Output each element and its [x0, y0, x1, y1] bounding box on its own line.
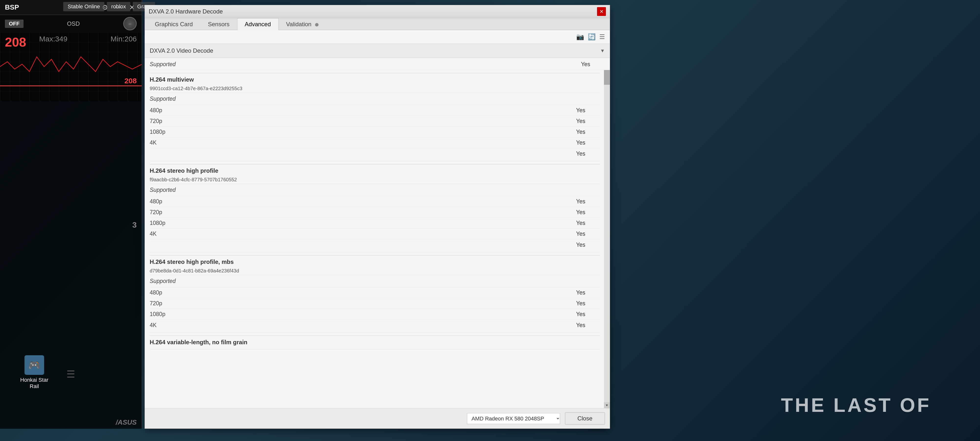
table-row: 1080p Yes — [150, 309, 600, 320]
osd-label: OSD — [67, 20, 80, 27]
row-480p-label: 480p — [150, 107, 571, 114]
osd-dial[interactable]: ··· — [123, 17, 137, 30]
section-h264-stereo: H.264 stereo high profile f9aacbb-c2b6-4… — [150, 161, 600, 252]
table-row: 1080p Yes — [150, 127, 600, 137]
section-h264-multiview-supported-label: Supported — [150, 94, 571, 103]
stereo-row-720p-label: 720p — [150, 209, 571, 216]
section-h264-multiview: H.264 multiview 9901ccd3-ca12-4b7e-867a-… — [150, 70, 600, 161]
osd-current-value: 208 — [5, 35, 26, 49]
section-h264-stereo-heading: H.264 stereo high profile — [150, 164, 600, 176]
osd-brand-label: BSP — [5, 3, 19, 11]
row-720p-value: Yes — [571, 118, 600, 124]
section-h264-mbs: H.264 stereo high profile, mbs d79be8da-… — [150, 252, 600, 333]
row-4k-value: Yes — [571, 139, 600, 146]
tab-validation-dot — [315, 23, 318, 27]
row-480p-value: Yes — [571, 107, 600, 114]
mbs-row-480p-label: 480p — [150, 289, 571, 296]
mbs-row-720p-value: Yes — [571, 300, 600, 307]
mbs-row-480p-value: Yes — [571, 289, 600, 296]
dialog-title: DXVA 2.0 Hardware Decode — [149, 8, 223, 15]
osd-off-badge[interactable]: OFF — [5, 20, 24, 28]
osd-max-value: Max:349 — [39, 35, 67, 43]
row-1080p-label: 1080p — [150, 129, 571, 135]
osd-red-line — [0, 86, 142, 86]
camera-icon[interactable]: 📷 — [576, 33, 584, 41]
refresh-icon[interactable]: 🔄 — [588, 33, 596, 41]
osd-red-number: 208 — [124, 77, 137, 85]
taskbar-item-roblox[interactable]: roblox — [107, 2, 130, 11]
scrollbar-track[interactable]: ▲ ▼ — [604, 70, 610, 408]
game-title: THE LAST OF — [781, 394, 931, 417]
section-dropdown[interactable]: DXVA 2.0 Video Decode ▼ — [145, 44, 610, 58]
stereo-row-1080p-label: 1080p — [150, 220, 571, 226]
section-h264-mbs-heading: H.264 stereo high profile, mbs — [150, 255, 600, 267]
row-720p-label: 720p — [150, 118, 571, 124]
tab-advanced[interactable]: Advanced — [237, 18, 278, 30]
stereo-row-extra-value: Yes — [571, 242, 600, 248]
stereo-row-4k-value: Yes — [571, 231, 600, 237]
row-4k-label: 4K — [150, 139, 571, 146]
stereo-row-1080p-value: Yes — [571, 220, 600, 226]
osd-top-bar: OFF OSD ··· — [0, 15, 142, 32]
table-row: 720p Yes — [150, 207, 600, 218]
desktop: BSP ⚙ — ✕ OFF OSD ··· — [0, 0, 980, 441]
table-row: 480p Yes — [150, 196, 600, 207]
section-h264-multiview-supported-row: Supported — [150, 93, 600, 105]
stereo-row-720p-value: Yes — [571, 209, 600, 216]
section-h264-stereo-supported-label: Supported — [150, 185, 571, 194]
table-row: Yes — [150, 239, 600, 250]
osd-graph: 208 Max:349 Min:206 208 — [0, 32, 142, 101]
taskbar-item-stable-online[interactable]: Stable Online — [63, 2, 104, 11]
section-h264-variable: H.264 variable-length, no film grain — [150, 333, 600, 349]
section-h264-stereo-guid: f9aacbb-c2b6-4cfc-8779-5707b1760552 — [150, 176, 600, 184]
table-row: 1080p Yes — [150, 218, 600, 229]
section-h264-multiview-guid: 9901ccd3-ca12-4b7e-867a-e2223d9255c3 — [150, 84, 600, 93]
osd-hamburger-icon[interactable]: ☰ — [67, 368, 75, 380]
scroll-content: H.264 multiview 9901ccd3-ca12-4b7e-867a-… — [145, 70, 610, 349]
dialog-titlebar: DXVA 2.0 Hardware Decode ✕ — [145, 5, 610, 18]
section-dropdown-label: DXVA 2.0 Video Decode — [150, 47, 213, 54]
section-h264-variable-heading: H.264 variable-length, no film grain — [150, 336, 600, 347]
main-dialog: DXVA 2.0 Hardware Decode ✕ Graphics Card… — [145, 5, 610, 429]
content-icons: 📷 🔄 ☰ — [576, 33, 605, 41]
section-h264-mbs-guid: d79be8da-0d1-4c81-b82a-69a4e236f43d — [150, 267, 600, 275]
table-row: 4K Yes — [150, 320, 600, 331]
dropdown-arrow-icon: ▼ — [600, 48, 605, 54]
mbs-row-1080p-value: Yes — [571, 311, 600, 317]
osd-min-value: Min:206 — [110, 35, 137, 43]
honkai-icon-label: Honkai Star Rail — [17, 377, 51, 390]
taskbar-top: Stable Online roblox Gra... — [61, 0, 157, 13]
tab-validation[interactable]: Validation — [278, 18, 326, 30]
dialog-footer: AMD Radeon RX 580 2048SP Close — [145, 408, 610, 428]
scrollbar-thumb[interactable] — [604, 70, 610, 85]
table-row: 480p Yes — [150, 287, 600, 298]
dialog-content: 📷 🔄 ☰ DXVA 2.0 Video Decode ▼ Supported … — [145, 30, 610, 408]
table-row: 720p Yes — [150, 298, 600, 309]
top-supported-label: Supported — [150, 60, 176, 69]
table-row: 480p Yes — [150, 105, 600, 116]
tab-sensors[interactable]: Sensors — [200, 18, 237, 30]
stereo-row-4k-label: 4K — [150, 231, 571, 237]
scroll-area[interactable]: ▲ ▼ H.264 multiview 9901ccd3-ca12-4b7e-8… — [145, 70, 610, 408]
dialog-close-button[interactable]: ✕ — [597, 7, 606, 16]
tab-graphics-card[interactable]: Graphics Card — [147, 18, 200, 30]
mbs-row-4k-value: Yes — [571, 322, 600, 328]
section-h264-mbs-supported-label: Supported — [150, 277, 571, 286]
menu-icon[interactable]: ☰ — [599, 33, 605, 41]
section-h264-mbs-supported-row: Supported — [150, 275, 600, 287]
section-h264-stereo-supported-row: Supported — [150, 184, 600, 196]
desktop-icon-honkai[interactable]: 🎮 Honkai Star Rail — [15, 353, 54, 392]
tab-bar: Graphics Card Sensors Advanced Validatio… — [145, 18, 610, 30]
number-indicator: 3 — [132, 221, 137, 229]
content-header: 📷 🔄 ☰ — [145, 30, 610, 44]
top-supported-value: Yes — [581, 61, 605, 68]
row-extra-value: Yes — [571, 150, 600, 157]
close-button[interactable]: Close — [565, 412, 605, 425]
table-row: 4K Yes — [150, 137, 600, 148]
scroll-down-button[interactable]: ▼ — [604, 402, 610, 408]
mbs-row-720p-label: 720p — [150, 300, 571, 307]
gpu-select[interactable]: AMD Radeon RX 580 2048SP — [467, 413, 560, 424]
honkai-icon-image: 🎮 — [24, 355, 44, 375]
top-supported-row: Supported Yes — [145, 58, 610, 70]
row-1080p-value: Yes — [571, 129, 600, 135]
